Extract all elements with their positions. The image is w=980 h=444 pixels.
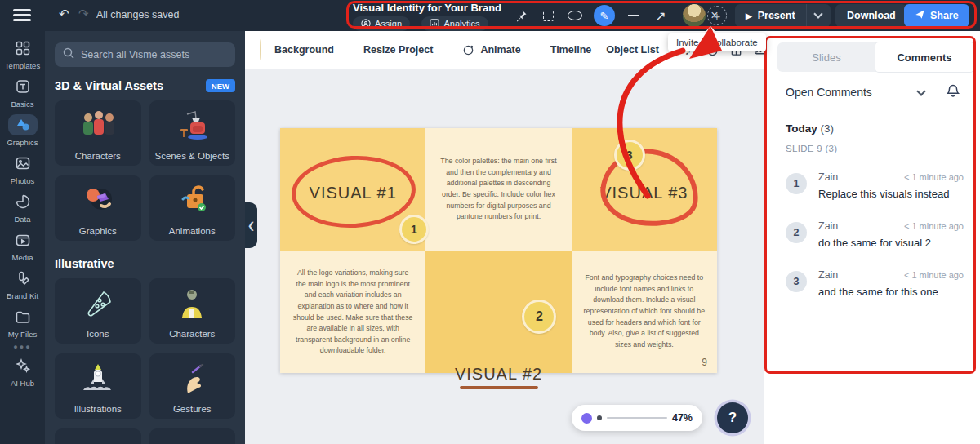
pin-icon[interactable] xyxy=(513,7,529,24)
comment-marker-1[interactable]: 1 xyxy=(399,215,429,244)
section-header-illustrative: Illustrative xyxy=(55,257,235,270)
sidebar-item-data[interactable]: Data xyxy=(2,191,44,224)
card-partial[interactable] xyxy=(149,428,236,444)
assign-person-icon xyxy=(361,19,371,29)
animate-icon xyxy=(462,44,474,56)
comment-author: Zain xyxy=(818,171,838,183)
comment-marker-3[interactable]: 3 xyxy=(614,140,645,171)
rail-label: Brand Kit xyxy=(7,291,38,300)
filter-chevron-down-icon[interactable] xyxy=(916,87,925,95)
ellipse-tool-icon[interactable] xyxy=(567,7,583,24)
slide[interactable]: VISUAL #1 1 The color palettes: the main… xyxy=(280,128,717,373)
assign-label: Assign xyxy=(375,19,402,29)
undo-icon[interactable]: ↶ xyxy=(59,7,69,21)
asset-search[interactable] xyxy=(55,42,235,67)
search-icon xyxy=(63,47,74,62)
pen-tool-icon[interactable]: ✎ xyxy=(594,5,615,26)
rail-label: My Files xyxy=(8,330,37,339)
card-label: Characters xyxy=(149,329,236,339)
sidebar-item-templates[interactable]: Templates xyxy=(2,38,44,70)
card-gestures[interactable]: Gestures xyxy=(149,353,236,419)
tab-comments[interactable]: Comments xyxy=(875,42,973,72)
document-title[interactable]: Visual Identity for Your Brand xyxy=(353,2,501,14)
my-files-folder-icon xyxy=(8,306,38,327)
sidebar-item-media[interactable]: Media xyxy=(2,229,44,262)
rocket-illustration-icon xyxy=(77,362,119,410)
slide-cell-visual-2[interactable]: VISUAL #2 2 xyxy=(425,251,571,373)
palettes-body-text[interactable]: The color palettes: the main one first a… xyxy=(437,156,559,223)
basics-text-icon xyxy=(8,76,38,97)
search-input[interactable] xyxy=(81,49,227,60)
invite-collaborator-plus-icon[interactable]: + xyxy=(707,6,727,25)
new-badge: NEW xyxy=(206,79,235,92)
frame-select-icon[interactable] xyxy=(540,7,556,24)
card-characters-3d[interactable]: Characters xyxy=(55,100,141,166)
sidebar-item-graphics[interactable]: Graphics xyxy=(2,114,44,147)
sidebar-item-brand-kit[interactable]: Brand Kit xyxy=(2,268,44,300)
red-circle-annotation xyxy=(596,144,703,232)
animate-button[interactable]: Animate xyxy=(480,44,520,56)
zoom-percentage: 47% xyxy=(672,412,693,424)
comment-text: Replace this visuals instead xyxy=(818,188,949,200)
background-button[interactable]: Background xyxy=(274,44,334,56)
card-icons[interactable]: Icons xyxy=(55,278,141,344)
comments-filter[interactable]: Open Comments xyxy=(786,86,872,99)
slide-cell-logo-text[interactable]: All the logo variations, making sure the… xyxy=(280,251,425,373)
card-animations[interactable]: Animations xyxy=(149,175,236,241)
fonts-body-text[interactable]: Font and typography choices need to incl… xyxy=(583,273,706,350)
download-button[interactable]: Download xyxy=(835,4,907,27)
comment-number-badge: 3 xyxy=(786,271,807,292)
sidebar-item-photos[interactable]: Photos xyxy=(2,153,44,185)
present-button[interactable]: ▶ Present xyxy=(735,4,806,27)
comments-filter-row: Open Comments xyxy=(786,83,960,101)
card-characters-illustrative[interactable]: Characters xyxy=(149,278,236,344)
background-color-swatch[interactable] xyxy=(260,39,261,60)
help-button[interactable]: ? xyxy=(717,402,748,433)
sidebar-item-my-files[interactable]: My Files xyxy=(2,306,44,339)
comments-group-header: Today (3) xyxy=(786,122,834,135)
character-illustration-icon xyxy=(173,287,211,335)
zoom-slider-handle[interactable] xyxy=(581,413,592,424)
rail-label: Templates xyxy=(5,61,40,70)
rail-label: Data xyxy=(14,215,30,224)
share-button[interactable]: Share xyxy=(904,4,969,27)
notifications-bell-icon[interactable] xyxy=(946,83,960,101)
resize-project-button[interactable]: Resize Project xyxy=(363,44,433,56)
arrow-tool-icon[interactable]: ↗ xyxy=(653,7,669,24)
section-title: Illustrative xyxy=(55,257,114,270)
slide-cell-palettes-text[interactable]: The color palettes: the main one first a… xyxy=(425,128,571,251)
present-options-chevron-icon[interactable] xyxy=(806,4,831,27)
rail-label: Basics xyxy=(11,100,34,109)
zoom-slider-track[interactable] xyxy=(607,417,667,419)
timeline-button[interactable]: Timeline xyxy=(550,44,591,56)
slide-page-number: 9 xyxy=(702,357,707,368)
card-graphics-3d[interactable]: Graphics xyxy=(55,175,141,241)
canvas[interactable]: VISUAL #1 1 The color palettes: the main… xyxy=(245,69,764,444)
sidebar-item-ai-hub[interactable]: AI Hub xyxy=(2,355,44,388)
slide-cell-visual-3[interactable]: VISUAL #3 3 xyxy=(572,128,717,251)
slide-cell-visual-1[interactable]: VISUAL #1 1 xyxy=(280,128,425,251)
line-tool-icon[interactable] xyxy=(626,7,642,24)
card-partial[interactable] xyxy=(55,428,141,444)
analytics-button[interactable]: Analytics xyxy=(421,16,488,31)
panel-collapse-chevron-icon[interactable]: ❮ xyxy=(245,202,257,248)
rail-label: Media xyxy=(12,253,33,262)
tab-slides[interactable]: Slides xyxy=(777,42,875,72)
card-label: Gestures xyxy=(149,404,236,414)
sidebar-item-basics[interactable]: Basics xyxy=(2,76,44,109)
redo-icon[interactable]: ↷ xyxy=(78,7,89,21)
comment-marker-2[interactable]: 2 xyxy=(522,300,556,334)
card-label: Scenes & Objects xyxy=(149,151,236,161)
card-scenes-objects[interactable]: Scenes & Objects xyxy=(149,100,236,166)
visual-2-title[interactable]: VISUAL #2 xyxy=(425,365,571,384)
section-header-3d: 3D & Virtual Assets NEW xyxy=(55,79,235,92)
hamburger-menu-icon[interactable] xyxy=(13,9,31,22)
rail-label: Graphics xyxy=(7,138,38,147)
card-illustrations[interactable]: Illustrations xyxy=(55,353,141,419)
avatar[interactable] xyxy=(683,4,706,27)
slide-cell-fonts-text[interactable]: Font and typography choices need to incl… xyxy=(572,251,717,373)
object-list-button[interactable]: Object List xyxy=(606,44,659,56)
assign-button[interactable]: Assign xyxy=(353,16,410,31)
comment-timestamp: < 1 minute ago xyxy=(904,172,964,182)
logo-body-text[interactable]: All the logo variations, making sure the… xyxy=(292,268,414,357)
